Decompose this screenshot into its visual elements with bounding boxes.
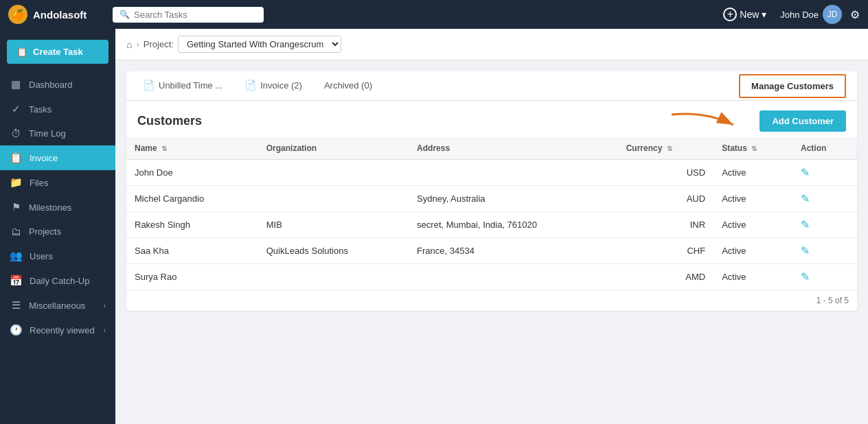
tab-archived-label: Archived (0) bbox=[324, 80, 372, 91]
sidebar-item-label: Recently viewed bbox=[30, 325, 95, 335]
new-label: New bbox=[740, 9, 759, 20]
topbar: 🍊 Andolasoft 🔍 + New ▾ John Doe JD ⚙ bbox=[0, 0, 868, 29]
sidebar-item-invoice[interactable]: 📋 Invoice bbox=[0, 145, 115, 170]
col-address: Address bbox=[409, 137, 618, 160]
table-row: John Doe USD Active ✎ bbox=[126, 160, 857, 186]
gear-icon[interactable]: ⚙ bbox=[850, 8, 860, 21]
sidebar-item-label: Daily Catch-Up bbox=[30, 276, 89, 286]
cell-address: Sydney, Australia bbox=[409, 186, 618, 212]
cell-action: ✎ bbox=[792, 160, 857, 186]
edit-button[interactable]: ✎ bbox=[801, 270, 810, 283]
sidebar-item-label: Milestones bbox=[29, 202, 71, 213]
app-logo: 🍊 Andolasoft bbox=[8, 5, 104, 24]
sidebar-item-daily-catchup[interactable]: 📅 Daily Catch-Up bbox=[0, 268, 115, 293]
col-organization: Organization bbox=[258, 137, 409, 160]
cell-address bbox=[409, 160, 618, 186]
home-icon[interactable]: ⌂ bbox=[126, 39, 132, 50]
cell-address: France, 34534 bbox=[409, 238, 618, 264]
user-info: John Doe JD bbox=[780, 5, 842, 24]
search-box[interactable]: 🔍 bbox=[113, 7, 264, 23]
sidebar-item-users[interactable]: 👥 Users bbox=[0, 244, 115, 268]
user-name: John Doe bbox=[780, 10, 819, 20]
timelog-icon: ⏱ bbox=[10, 128, 22, 139]
sidebar-item-timelog[interactable]: ⏱ Time Log bbox=[0, 121, 115, 145]
tab-archived[interactable]: Archived (0) bbox=[313, 71, 383, 101]
invoice-icon: 📋 bbox=[10, 152, 23, 164]
col-action: Action bbox=[792, 137, 857, 160]
sidebar-item-label: Users bbox=[30, 251, 53, 261]
cell-action: ✎ bbox=[792, 186, 857, 212]
edit-button[interactable]: ✎ bbox=[801, 244, 810, 257]
manage-customers-button[interactable]: Manage Customers bbox=[739, 74, 846, 98]
customers-title: Customers bbox=[137, 114, 202, 128]
sidebar-item-projects[interactable]: 🗂 Projects bbox=[0, 220, 115, 244]
cell-name: Surya Rao bbox=[126, 264, 258, 290]
dashboard-icon: ▦ bbox=[10, 78, 22, 91]
main-card: 📄 Unbilled Time ... 📄 Invoice (2) Archiv… bbox=[126, 71, 857, 311]
search-input[interactable] bbox=[134, 10, 257, 20]
files-icon: 📁 bbox=[10, 176, 23, 189]
breadcrumb: ⌂ › Project: Getting Started With Orange… bbox=[115, 29, 868, 60]
tab-invoice[interactable]: 📄 Invoice (2) bbox=[233, 71, 313, 101]
app-name: Andolasoft bbox=[33, 9, 87, 21]
add-customer-label: Add Customer bbox=[772, 116, 834, 126]
add-customer-button[interactable]: Add Customer bbox=[760, 110, 846, 132]
sort-icon-name: ⇅ bbox=[161, 145, 167, 152]
sidebar-item-miscellaneous[interactable]: ☰ Miscellaneous ‹ bbox=[0, 293, 115, 318]
main-layout: 📋 Create Task ▦ Dashboard ✓ Tasks ⏱ Time… bbox=[0, 29, 868, 424]
cell-status: Active bbox=[713, 212, 792, 238]
cell-currency: USD bbox=[618, 160, 713, 186]
cell-status: Active bbox=[713, 186, 792, 212]
cell-organization: MIB bbox=[258, 212, 409, 238]
cell-action: ✎ bbox=[792, 238, 857, 264]
misc-icon: ☰ bbox=[10, 299, 22, 311]
sidebar-item-label: Tasks bbox=[29, 104, 52, 115]
cell-name: Saa Kha bbox=[126, 238, 258, 264]
chevron-down-icon: ▾ bbox=[762, 9, 766, 20]
create-task-label: Create Task bbox=[33, 47, 83, 57]
table-row: Michel Cargandio Sydney, Australia AUD A… bbox=[126, 186, 857, 212]
table-row: Rakesh Singh MIB secret, Mumbai, India, … bbox=[126, 212, 857, 238]
sidebar-item-label: Projects bbox=[29, 226, 61, 237]
tabs-bar: 📄 Unbilled Time ... 📄 Invoice (2) Archiv… bbox=[126, 71, 857, 101]
cell-action: ✎ bbox=[792, 264, 857, 290]
edit-button[interactable]: ✎ bbox=[801, 192, 810, 205]
project-label: Project: bbox=[144, 39, 174, 49]
col-name: Name ⇅ bbox=[126, 137, 258, 160]
breadcrumb-separator: › bbox=[136, 39, 139, 49]
customers-section: Customers Add Customer Name ⇅ Organizati… bbox=[126, 101, 857, 311]
edit-button[interactable]: ✎ bbox=[801, 166, 810, 179]
cell-organization: QuikLeads Solutions bbox=[258, 238, 409, 264]
cell-status: Active bbox=[713, 160, 792, 186]
avatar: JD bbox=[823, 5, 842, 24]
new-button[interactable]: + New ▾ bbox=[718, 5, 772, 24]
cell-action: ✎ bbox=[792, 212, 857, 238]
cell-organization bbox=[258, 264, 409, 290]
content: ⌂ › Project: Getting Started With Orange… bbox=[115, 29, 868, 424]
cell-name: Rakesh Singh bbox=[126, 212, 258, 238]
create-task-icon: 📋 bbox=[16, 47, 27, 57]
sidebar-item-label: Time Log bbox=[29, 128, 66, 139]
table-row: Surya Rao AMD Active ✎ bbox=[126, 264, 857, 290]
chevron-left-icon: ‹ bbox=[104, 302, 106, 309]
sidebar-item-tasks[interactable]: ✓ Tasks bbox=[0, 97, 115, 121]
pagination-info: 1 - 5 of 5 bbox=[126, 290, 857, 311]
cell-name: John Doe bbox=[126, 160, 258, 186]
sort-icon-currency: ⇅ bbox=[667, 145, 672, 152]
create-task-button[interactable]: 📋 Create Task bbox=[7, 40, 108, 64]
tab-invoice-label: Invoice (2) bbox=[260, 80, 302, 91]
table-header-row: Name ⇅ Organization Address Currency ⇅ S… bbox=[126, 137, 857, 160]
table-head: Name ⇅ Organization Address Currency ⇅ S… bbox=[126, 137, 857, 160]
sidebar-item-milestones[interactable]: ⚑ Milestones bbox=[0, 195, 115, 220]
sidebar-item-recently-viewed[interactable]: 🕐 Recently viewed ‹ bbox=[0, 318, 115, 342]
sidebar-item-label: Invoice bbox=[30, 153, 58, 163]
sidebar-item-files[interactable]: 📁 Files bbox=[0, 170, 115, 195]
project-select[interactable]: Getting Started With Orangescrum bbox=[178, 36, 341, 53]
cell-currency: INR bbox=[618, 212, 713, 238]
sidebar-item-dashboard[interactable]: ▦ Dashboard bbox=[0, 72, 115, 97]
tab-unbilled[interactable]: 📄 Unbilled Time ... bbox=[132, 71, 233, 101]
content-area: 📄 Unbilled Time ... 📄 Invoice (2) Archiv… bbox=[115, 60, 868, 424]
edit-button[interactable]: ✎ bbox=[801, 218, 810, 231]
cell-address: secret, Mumbai, India, 761020 bbox=[409, 212, 618, 238]
dailycatchup-icon: 📅 bbox=[10, 274, 23, 287]
